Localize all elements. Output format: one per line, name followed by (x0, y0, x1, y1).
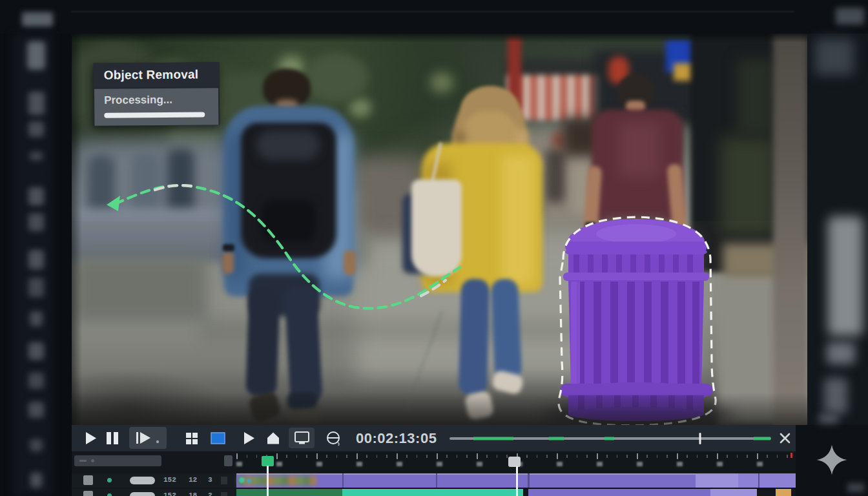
svg-text:00:02:13:05: 00:02:13:05 (356, 430, 437, 446)
